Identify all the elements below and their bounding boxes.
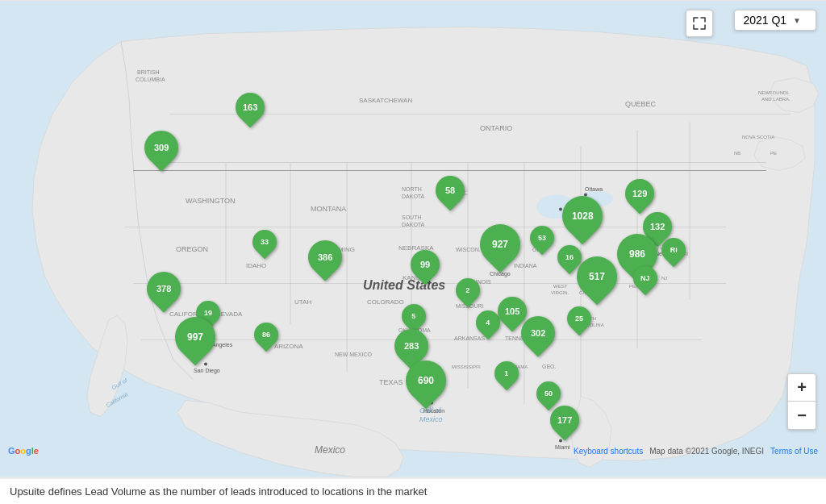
svg-text:NEW MEXICO: NEW MEXICO [335, 352, 372, 357]
caption-text: Upsuite defines Lead Volume as the numbe… [10, 485, 427, 498]
map-pin-p22[interactable]: 53 [530, 226, 554, 250]
pin-label-p9: 99 [420, 260, 430, 269]
pin-label-p30: NJ [640, 274, 650, 282]
map-pin-p4[interactable]: 386 [308, 240, 342, 274]
map-pin-p13[interactable]: 2 [456, 278, 480, 302]
map-pin-p20[interactable]: 58 [436, 176, 465, 205]
fullscreen-icon [693, 17, 706, 30]
pin-label-p2: 309 [154, 143, 169, 152]
pin-label-p21: 927 [492, 239, 508, 250]
map-pin-p18[interactable]: 50 [536, 381, 561, 406]
fullscreen-button[interactable] [686, 10, 713, 37]
map-data-label: Map data ©2021 Google, INEGI [649, 447, 764, 456]
map-pin-p19[interactable]: 177 [550, 406, 579, 435]
map-pin-p12[interactable]: 690 [406, 360, 446, 401]
pin-label-p29: 986 [629, 248, 645, 260]
map-pin-p27[interactable]: 129 [625, 179, 654, 208]
map-pin-p8[interactable]: 86 [254, 323, 278, 347]
svg-text:United States: United States [363, 278, 445, 292]
map-attribution: Keyboard shortcuts Map data ©2021 Google… [574, 447, 818, 456]
page-container: WASHINGTON OREGON CALIFORN. NEVADA IDAHO… [0, 0, 826, 504]
pin-label-p13: 2 [465, 286, 469, 294]
pin-label-p10: 5 [411, 312, 415, 320]
svg-text:Mexico: Mexico [419, 415, 443, 423]
keyboard-shortcuts-link[interactable]: Keyboard shortcuts [574, 447, 643, 456]
svg-point-85 [559, 439, 562, 443]
quarter-selector[interactable]: 2021 Q1 ▼ [734, 10, 816, 31]
chevron-down-icon: ▼ [793, 16, 801, 25]
svg-text:Miami: Miami [555, 444, 570, 450]
pin-label-p11: 283 [404, 341, 419, 351]
map-pin-p25[interactable]: 25 [567, 306, 591, 331]
pin-label-p26: 1028 [572, 210, 594, 222]
map-pin-p7[interactable]: 997 [175, 317, 215, 357]
svg-point-77 [204, 363, 207, 366]
svg-text:Ottawa: Ottawa [585, 186, 603, 192]
caption-bar: Upsuite defines Lead Volume as the numbe… [0, 478, 826, 504]
svg-text:IDAHO: IDAHO [246, 262, 266, 269]
pin-label-p31: RI [670, 246, 678, 254]
pin-label-p18: 50 [544, 389, 553, 398]
svg-text:SOUTH: SOUTH [402, 215, 422, 220]
svg-text:WISCON.: WISCON. [456, 247, 481, 252]
map-pin-p1[interactable]: 163 [236, 93, 265, 122]
pin-label-p17: 1 [504, 369, 508, 377]
pin-label-p1: 163 [243, 102, 257, 112]
pin-label-p5: 378 [156, 284, 171, 294]
terms-of-use-link[interactable]: Terms of Use [770, 447, 818, 456]
map-pin-p17[interactable]: 1 [494, 361, 519, 385]
map-pin-p26[interactable]: 1028 [562, 196, 603, 236]
svg-text:Mexico: Mexico [315, 444, 345, 456]
pin-label-p15: 105 [505, 306, 519, 316]
svg-text:NB: NB [734, 151, 740, 156]
quarter-label: 2021 Q1 [743, 14, 786, 27]
svg-text:UTAH: UTAH [294, 298, 311, 306]
map-pin-p21[interactable]: 927 [480, 224, 520, 264]
map-background: WASHINGTON OREGON CALIFORN. NEVADA IDAHO… [0, 0, 826, 478]
pin-label-p28: 132 [650, 222, 665, 231]
pin-label-p24: 517 [589, 271, 605, 282]
map-pin-p9[interactable]: 99 [411, 250, 440, 279]
svg-text:PE: PE [770, 151, 777, 156]
svg-text:DAKOTA: DAKOTA [402, 222, 425, 227]
svg-text:ARIZONA: ARIZONA [274, 343, 303, 350]
pin-label-p22: 53 [538, 234, 546, 242]
zoom-in-button[interactable]: + [788, 374, 816, 402]
svg-text:DAKOTA: DAKOTA [402, 194, 425, 199]
svg-text:WEST: WEST [553, 284, 568, 289]
svg-text:ARKANSAS: ARKANSAS [454, 335, 485, 341]
map-pin-p10[interactable]: 5 [402, 304, 426, 328]
pin-label-p14: 4 [486, 319, 490, 327]
svg-text:COLUMBIA: COLUMBIA [136, 77, 165, 82]
zoom-out-button[interactable]: − [788, 402, 816, 429]
map-pin-p11[interactable]: 283 [394, 329, 428, 363]
pin-label-p20: 58 [445, 185, 455, 195]
svg-text:OREGON: OREGON [176, 245, 208, 253]
svg-text:San Diego: San Diego [194, 368, 220, 374]
map-pin-p2[interactable]: 309 [144, 131, 178, 165]
map-pin-p16[interactable]: 302 [521, 316, 555, 350]
map-pin-p5[interactable]: 378 [147, 272, 181, 306]
svg-text:NOVA SCOTIA: NOVA SCOTIA [742, 135, 774, 140]
pin-label-p19: 177 [557, 415, 572, 425]
svg-text:QUEBEC: QUEBEC [625, 100, 657, 108]
map-pin-p31[interactable]: RI [661, 238, 686, 262]
map-pin-p24[interactable]: 517 [577, 256, 617, 297]
pin-label-p12: 690 [418, 375, 434, 386]
map-pin-p14[interactable]: 4 [476, 310, 500, 335]
svg-text:GEO.: GEO. [542, 364, 557, 369]
svg-text:BRITISH: BRITISH [137, 69, 160, 75]
svg-text:AND LABRA.: AND LABRA. [761, 97, 791, 102]
svg-text:ONTARIO: ONTARIO [480, 124, 512, 132]
svg-text:COLORADO: COLORADO [367, 298, 404, 306]
map-pin-p30[interactable]: NJ [633, 266, 657, 290]
svg-text:Houston: Houston [423, 408, 444, 414]
pin-label-p25: 25 [575, 314, 583, 323]
pin-label-p27: 129 [632, 189, 647, 198]
svg-text:MONTANA: MONTANA [311, 205, 346, 213]
svg-text:MISSISSIPPI: MISSISSIPPI [452, 364, 481, 369]
pin-label-p3: 33 [261, 238, 269, 246]
pin-label-p8: 86 [262, 331, 270, 339]
map-pin-p3[interactable]: 33 [252, 230, 277, 254]
svg-text:NORTH: NORTH [402, 186, 422, 192]
